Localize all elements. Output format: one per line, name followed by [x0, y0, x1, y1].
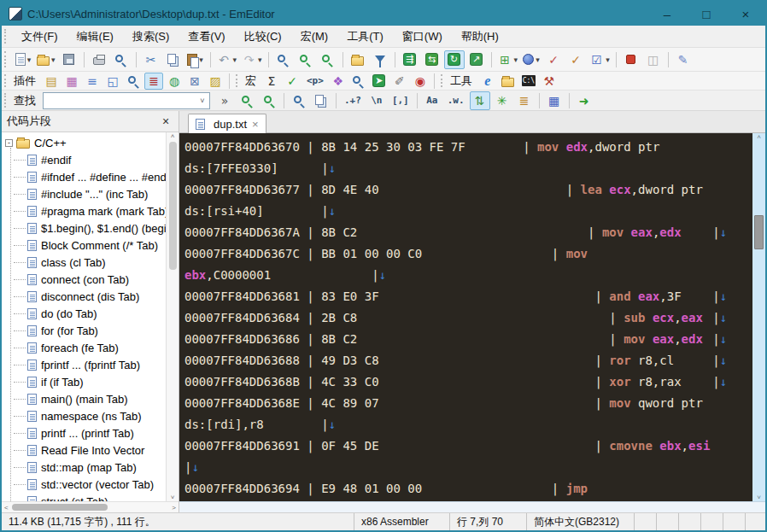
status-empty-cell[interactable]: [723, 513, 745, 530]
scroll-right-icon[interactable]: >: [172, 504, 176, 512]
match-case-button[interactable]: Aa: [422, 91, 442, 110]
pin-button[interactable]: ✎: [673, 50, 694, 69]
menu-item-view[interactable]: 查看(V): [179, 26, 234, 47]
minimize-button[interactable]: –: [647, 2, 687, 26]
command-prompt-tool-button[interactable]: C:\: [519, 73, 538, 90]
char-range-button[interactable]: [,]: [389, 91, 413, 110]
snippet-item[interactable]: std::vector (vector Tab): [5, 476, 166, 493]
print-preview-button[interactable]: [111, 50, 132, 69]
scroll-down-icon[interactable]: ˅: [757, 494, 761, 501]
next-occurrence-button[interactable]: ➜: [574, 91, 594, 110]
snippet-item[interactable]: disconnect (dis Tab): [5, 288, 166, 305]
copy-matches-button[interactable]: [311, 91, 331, 110]
scroll-down-icon[interactable]: ˅: [171, 494, 175, 501]
wrap-by-window-button[interactable]: ↻: [444, 50, 465, 69]
snippet-item[interactable]: for (for Tab): [5, 322, 166, 339]
tab-dup-txt[interactable]: dup.txt ×: [188, 114, 266, 133]
regex-button[interactable]: .+?: [341, 91, 365, 110]
escape-button[interactable]: \n: [366, 91, 387, 110]
maximize-button[interactable]: □: [687, 2, 726, 26]
menu-item-compare[interactable]: 比较(C): [235, 26, 291, 47]
sidebar-hscroll-thumb[interactable]: [12, 504, 108, 511]
snippet-item[interactable]: main() (main Tab): [5, 390, 166, 407]
stop-macro-button[interactable]: ◉: [411, 73, 430, 90]
menu-item-window[interactable]: 窗口(W): [393, 26, 452, 47]
open-file-button[interactable]: ▾: [35, 50, 57, 69]
checkbox-button[interactable]: ☑▾: [588, 50, 612, 69]
scroll-up-icon[interactable]: ˄: [171, 132, 175, 140]
status-empty-cell[interactable]: [745, 513, 765, 530]
snippet-item[interactable]: #ifndef ... #define ... #endif: [5, 168, 166, 185]
snippet-item[interactable]: Read File Into Vector: [5, 441, 166, 459]
snippet-item[interactable]: #endif: [5, 151, 166, 168]
find-input[interactable]: [44, 94, 196, 108]
record-macro-button[interactable]: [621, 50, 641, 69]
find-dialog-button[interactable]: [289, 91, 309, 110]
close-button[interactable]: ×: [726, 2, 765, 26]
expand-chevron-button[interactable]: »: [214, 91, 235, 110]
sum-macro-button[interactable]: Σ: [262, 73, 281, 90]
filter-button[interactable]: [370, 50, 390, 69]
sidebar-horizontal-scrollbar[interactable]: < >: [2, 501, 179, 512]
browser-tool-button[interactable]: e: [478, 73, 497, 90]
snippet-item[interactable]: fprintf ... (fprintf Tab): [5, 356, 166, 373]
new-file-button[interactable]: ▾: [13, 50, 33, 69]
export-tool-button[interactable]: [499, 73, 518, 90]
status-empty-cell[interactable]: [656, 513, 678, 530]
play-macro-button[interactable]: ◫: [643, 50, 664, 69]
snippets-plugin-button[interactable]: ≣: [144, 73, 163, 90]
check-syntax-macro-button[interactable]: ✓: [283, 73, 302, 90]
html-bar-plugin-button[interactable]: ▦: [62, 73, 81, 90]
outline-tree-button[interactable]: ⊞▾: [496, 50, 520, 69]
combo-dropdown-icon[interactable]: ˅: [196, 96, 209, 105]
encoding-cell[interactable]: 简体中文(GB2312): [526, 513, 634, 530]
outline-plugin-button[interactable]: ≡: [83, 73, 102, 90]
copy-button[interactable]: [163, 50, 184, 69]
find-combobox[interactable]: ˅: [43, 92, 210, 109]
tree-root-row[interactable]: - C/C++: [5, 134, 166, 151]
pointer-macro-button[interactable]: ✐: [390, 73, 409, 90]
snippet-item[interactable]: connect (con Tab): [5, 271, 166, 288]
undo-button[interactable]: ↶▾: [215, 50, 239, 69]
run-macro-button[interactable]: ➤: [370, 73, 389, 90]
sidebar-close-button[interactable]: ×: [158, 114, 173, 128]
find-next-button[interactable]: [259, 91, 279, 110]
jump-out-button[interactable]: ↗: [466, 50, 487, 69]
snippet-item[interactable]: namespace (ns Tab): [5, 407, 166, 424]
redo-button[interactable]: ↷▾: [240, 50, 264, 69]
sidebar-scroll-thumb[interactable]: [169, 142, 177, 270]
snippet-item[interactable]: $1.begin(), $1.end() (begin Tab): [5, 219, 166, 237]
tag-macro-button[interactable]: <p>: [303, 73, 327, 90]
editor-scroll-thumb[interactable]: [754, 215, 764, 249]
cursor-position-cell[interactable]: 行 7,列 70: [449, 513, 526, 530]
zoom-out-button[interactable]: [318, 50, 338, 69]
menu-item-tools[interactable]: 工具(T): [337, 26, 393, 47]
scroll-lines-button[interactable]: ⇶: [400, 50, 420, 69]
explorer-plugin-button[interactable]: ◍: [165, 73, 184, 90]
zoom-button[interactable]: [273, 50, 294, 69]
find-in-files-button[interactable]: [348, 50, 368, 69]
snippet-item[interactable]: class (cl Tab): [5, 254, 166, 271]
find-macro-button[interactable]: [349, 73, 368, 90]
scroll-left-icon[interactable]: <: [4, 504, 9, 512]
search-plugin-button[interactable]: [124, 73, 143, 90]
status-empty-cell[interactable]: [678, 513, 700, 530]
word-count-plugin-button[interactable]: ▨: [206, 73, 225, 90]
snippet-item[interactable]: std::map (map Tab): [5, 459, 166, 476]
snippet-item[interactable]: Block Comment (/* Tab): [5, 237, 166, 254]
customize-tool-button[interactable]: ⚒: [540, 73, 559, 90]
editor-content[interactable]: 00007FF84DD63670 | 8B 14 25 30 03 FE 7F …: [179, 133, 752, 501]
snippets-macro-button[interactable]: ❖: [329, 73, 348, 90]
spell-options-button[interactable]: ✓: [565, 50, 586, 69]
sidebar-vertical-scrollbar[interactable]: ˄ ˅: [166, 132, 179, 501]
print-button[interactable]: [89, 50, 109, 69]
whole-word-button[interactable]: .w.: [444, 91, 468, 110]
status-empty-cell[interactable]: [634, 513, 656, 530]
tab-close-icon[interactable]: ×: [252, 118, 259, 131]
open-documents-plugin-button[interactable]: ◱: [103, 73, 122, 90]
snippet-item[interactable]: do (do Tab): [5, 305, 166, 322]
zoom-in-button[interactable]: [296, 50, 316, 69]
menu-item-edit[interactable]: 编辑(E): [67, 26, 123, 47]
find-previous-button[interactable]: [237, 91, 257, 110]
menu-item-search[interactable]: 搜索(S): [123, 26, 179, 47]
